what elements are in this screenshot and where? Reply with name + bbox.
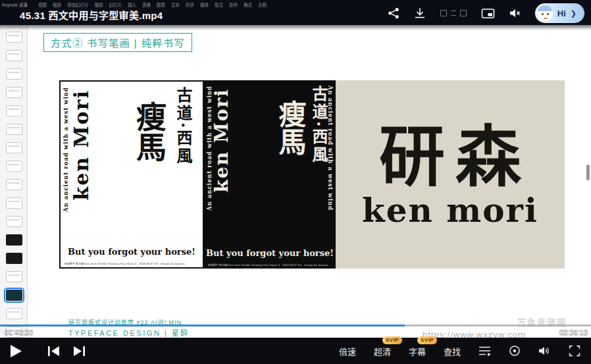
slide-thumbnail[interactable] [6,253,22,264]
slide-thumbnail[interactable] [6,161,22,172]
keynote-toolbar-item[interactable]: 幻灯片 [109,1,122,8]
mute-icon[interactable] [509,8,521,18]
picture-in-picture-icon[interactable] [481,8,495,19]
progress-fill [0,325,405,326]
current-time: 01:43:20 [5,328,33,336]
progress-bar[interactable] [0,325,591,326]
keynote-toolbar-item[interactable]: 表格 [142,1,151,8]
top-bar-icons: Hi ❯ [388,3,584,24]
slide-thumbnail[interactable] [6,271,22,282]
keynote-toolbar-item[interactable]: 文本 [171,1,180,8]
panel2-cn-small: 古道·西風 [307,86,330,164]
slide-canvas: 方式② 书写笔画 | 纯粹书写 An ancient road with a w… [28,25,591,364]
settings-icon[interactable] [509,345,521,357]
slide-thumbnail[interactable] [6,68,22,80]
chevron-right-icon: ❯ [571,9,577,18]
mini-icon-a[interactable] [440,10,447,16]
canvas-scrollbar[interactable] [586,165,590,180]
slide-thumbnail[interactable] [6,105,22,117]
mini-status-icons [440,10,467,16]
keynote-toolbar-item[interactable]: 缩放 [53,1,61,8]
keynote-toolbar: 视图缩放添加幻灯片播放幻灯片插入表格图表文本形状媒体批注协作格式文稿 [38,1,267,8]
slide-thumbnail[interactable] [6,290,22,301]
panel1-cn-large: 瘦馬 [133,101,165,162]
slide-thumbnail[interactable] [6,308,22,319]
artwork-panel-black: An ancient road with a west wind An anci… [204,80,336,269]
playlist-icon[interactable] [478,346,491,356]
slide-title: 方式② 书写笔画 | 纯粹书写 [43,33,192,52]
keynote-toolbar-item[interactable]: 格式 [244,1,252,8]
quality-label: 超清 [374,347,391,357]
panel1-bottom-text: But you forgot your horse! [61,247,203,257]
total-time: 02:26:13 [559,328,588,336]
mini-icon-c[interactable] [460,10,467,16]
panel1-cn-small: 古道·西風 [172,87,195,165]
svip-badge: SVIP [417,336,437,344]
mini-icon-b[interactable] [451,11,456,16]
artwork-panel-cream: 研森 ken mori [336,80,565,269]
panel2-bottom-text: But you forgot your horse! [204,248,336,258]
player-control-bar: 倍速 SVIP 超清 SVIP 字幕 查找 [0,338,591,364]
play-button[interactable] [11,345,22,357]
avatar-greeting: Hi [557,9,566,18]
download-icon[interactable] [414,7,426,19]
keynote-toolbar-item[interactable]: 视图 [38,1,47,8]
slide-thumbnail[interactable] [6,142,22,153]
keynote-toolbar-item[interactable]: 媒体 [200,1,209,8]
user-avatar-pill[interactable]: Hi ❯ [535,3,584,23]
keynote-toolbar-item[interactable]: 形状 [186,1,194,8]
slide-thumbnail[interactable] [6,216,22,227]
search-button[interactable]: 查找 [444,345,461,357]
slide-thumbnail[interactable] [6,197,22,209]
keynote-toolbar-item[interactable]: 插入 [128,1,136,8]
slide-thumbnail[interactable] [6,50,22,61]
panel1-side-text-left: An ancient road with a west wind [63,87,69,212]
panel2-mini-caption: 研森周字 第30期 Ken Mori Weekly Training Plan … [208,263,328,267]
avatar [537,5,553,21]
slide-thumbnail[interactable] [6,87,22,98]
video-player: 方式② 书写笔画 | 纯粹书写 An ancient road with a w… [0,0,591,364]
share-icon[interactable] [388,7,399,19]
quality-button[interactable]: SVIP 超清 [374,345,391,357]
keynote-toolbar-item[interactable]: 播放 [95,1,103,8]
volume-icon[interactable] [538,346,551,356]
keynote-app-label: Keynote 讲演 [2,1,28,8]
subtitle-label: 字幕 [409,347,426,357]
panel3-latin-logotype: ken mori [362,191,538,230]
keynote-toolbar-item[interactable]: 协作 [229,1,238,8]
slide-thumbnails [0,25,27,338]
slide-thumbnail[interactable] [6,179,22,190]
svip-badge: SVIP [382,336,402,344]
artwork-panels: An ancient road with a west wind ken Mor… [59,80,565,269]
previous-episode-button[interactable] [48,346,59,356]
panel2-latin-text: ken Mori [211,88,232,192]
video-title: 45.31 西文中用与字型审美.mp4 [20,8,163,22]
panel1-mini-caption: 研森周字 第30期 Ken Mori Weekly Training Plan … [64,261,185,265]
slide-thumbnail[interactable] [6,32,22,43]
slide-thumbnail[interactable] [6,124,22,135]
control-bar-right: 倍速 SVIP 超清 SVIP 字幕 查找 [339,345,580,357]
keynote-toolbar-item[interactable]: 图表 [157,1,165,8]
keynote-toolbar-item[interactable]: 添加幻灯片 [67,1,89,8]
keynote-toolbar-item[interactable]: 文稿 [258,1,267,8]
playback-speed-button[interactable]: 倍速 [339,345,356,357]
fullscreen-icon[interactable] [569,345,580,357]
artwork-panel-white: An ancient road with a west wind ken Mor… [59,80,204,269]
keynote-toolbar-item[interactable]: 批注 [215,1,223,8]
slide-thumbnail[interactable] [6,234,22,246]
panel1-latin-text: ken Mori [70,90,93,201]
subtitle-button[interactable]: SVIP 字幕 [409,345,426,357]
next-episode-button[interactable] [74,346,85,356]
panel3-cn-logotype: 研森 [379,124,532,190]
slide-footer-line2: TYPEFACE DESIGN | 星醉 [68,327,190,338]
keynote-slide-navigator [0,25,28,364]
panel2-cn-large: 瘦馬 [275,100,304,155]
